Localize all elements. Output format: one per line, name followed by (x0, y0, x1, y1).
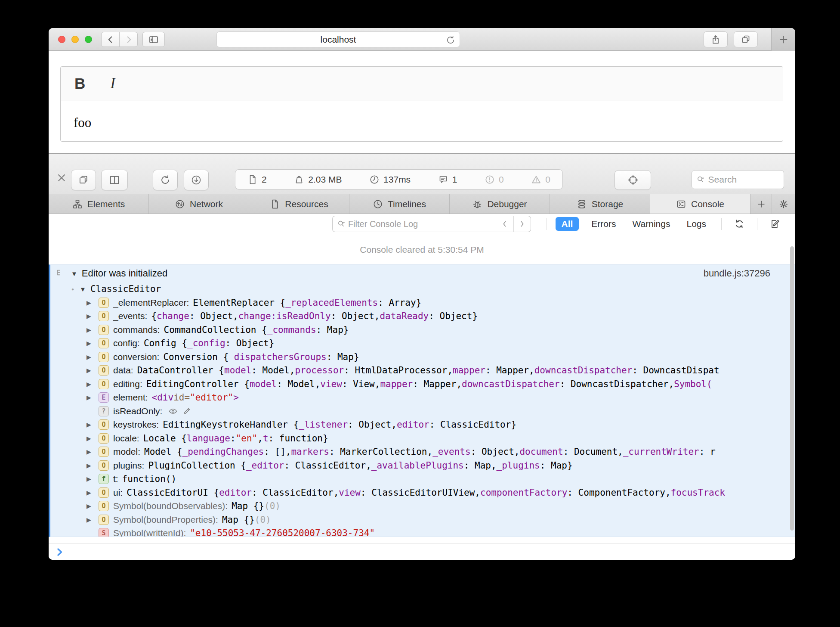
disclosure-closed-icon[interactable]: ▶ (86, 299, 99, 306)
tab-network[interactable]: Network (149, 194, 249, 214)
type-badge: O (99, 338, 109, 348)
tab-elements[interactable]: Elements (49, 194, 149, 214)
next-result-button[interactable] (513, 216, 531, 232)
console-prompt[interactable] (49, 543, 795, 560)
element-picker-button[interactable] (615, 170, 651, 190)
scope-all[interactable]: All (556, 217, 579, 231)
italic-button[interactable]: I (110, 75, 115, 92)
console-tree-row[interactable]: ▶Okeystrokes:EditingKeystrokeHandler {_l… (50, 418, 795, 432)
download-button[interactable] (184, 170, 209, 190)
share-button[interactable] (704, 31, 728, 47)
console-tree-row[interactable]: ▶Eelement:<div id="editor"> (50, 391, 795, 405)
previous-result-button[interactable] (496, 216, 513, 232)
add-tab-button[interactable] (750, 194, 772, 214)
tab-console[interactable]: Console (650, 194, 750, 214)
console-tree-row[interactable]: ▶ft:function() (50, 472, 795, 486)
console-tree-row[interactable]: ▶SSymbol(writtenId):"e10-55053-47-276052… (50, 527, 795, 537)
disclosure-closed-icon[interactable]: ▶ (86, 475, 99, 482)
bold-button[interactable]: B (74, 75, 85, 92)
console-cleared-message: Console cleared at 5:30:54 PM (49, 236, 795, 264)
log-tree-icon (56, 269, 65, 278)
disclosure-closed-icon[interactable]: ▶ (86, 503, 99, 509)
disclosure-closed-icon[interactable]: ▶ (86, 435, 99, 442)
editor-content[interactable]: foo (61, 100, 783, 130)
tab-debugger[interactable]: Debugger (450, 194, 550, 214)
dock-button[interactable] (71, 170, 96, 190)
console-tree-row[interactable]: ▶OSymbol(boundObservables):Map {} (0) (50, 500, 795, 513)
object-root-row[interactable]: ● ▼ ClassicEditor (50, 282, 795, 296)
type-badge: O (99, 352, 109, 362)
disclosure-closed-icon[interactable]: ▶ (86, 394, 99, 401)
value-segment: : Object} (225, 338, 275, 348)
console-tree-row[interactable]: ▶O_events:{change: Object, change:isRead… (50, 310, 795, 323)
log-entry-header[interactable]: ▼ Editor was initialized bundle.js:37296 (50, 265, 795, 282)
value-segment: : Object} (429, 311, 478, 321)
console-tree-row[interactable]: ▶O_elementReplacer:ElementReplacer {_rep… (50, 296, 795, 310)
disclosure-closed-icon[interactable]: ▶ (86, 489, 99, 496)
scope-warnings[interactable]: Warnings (633, 219, 670, 229)
stat-errors[interactable]: 0 (485, 174, 504, 185)
tab-timelines[interactable]: Timelines (349, 194, 450, 214)
value-segment: _replacedElements (285, 298, 378, 308)
search-input[interactable] (708, 174, 779, 185)
disclosure-closed-icon[interactable]: ▶ (86, 326, 99, 333)
filter-field-group (332, 216, 531, 232)
stat-documents[interactable]: 2 (247, 174, 267, 185)
disclosure-closed-icon[interactable]: ▶ (86, 448, 99, 455)
inspector-search-field[interactable] (692, 170, 784, 189)
settings-button[interactable] (772, 194, 795, 214)
disclosure-open-icon[interactable]: ▼ (71, 270, 77, 277)
back-button[interactable] (101, 32, 120, 47)
stat-transfer-size[interactable]: 2.03 MB (294, 174, 342, 185)
disclosure-closed-icon[interactable]: ▶ (86, 516, 99, 523)
console-tree-row[interactable]: ▶?isReadOnly: (50, 404, 795, 418)
address-bar[interactable]: localhost (216, 31, 460, 47)
minimize-window-button[interactable] (71, 36, 79, 43)
log-source-link[interactable]: bundle.js:37296 (704, 268, 770, 279)
sidebar-toggle-button[interactable] (142, 32, 165, 47)
disclosure-closed-icon[interactable]: ▶ (86, 381, 99, 388)
console-scrollbar-thumb[interactable] (790, 246, 794, 531)
console-evaluations-icon[interactable] (769, 218, 781, 230)
zoom-window-button[interactable] (85, 36, 92, 43)
disclosure-open-icon[interactable]: ▼ (80, 286, 86, 293)
type-badge: O (99, 365, 109, 376)
copy-pages-icon (78, 174, 89, 186)
forward-button[interactable] (119, 32, 138, 47)
value-segment: mapper (380, 379, 413, 389)
close-window-button[interactable] (58, 36, 65, 43)
stat-warnings[interactable]: 0 (531, 174, 550, 185)
console-tree-row[interactable]: ▶Oconfig:Config {_config: Object} (50, 337, 795, 351)
stat-console-messages[interactable]: 1 (438, 174, 457, 185)
console-tree-row[interactable]: ▶Olocale:Locale {language: "en", t: func… (50, 431, 795, 445)
disclosure-closed-icon[interactable]: ▶ (86, 462, 99, 469)
tab-resources[interactable]: Resources (249, 194, 349, 214)
console-tree-row[interactable]: ▶Oediting:EditingController {model: Mode… (50, 377, 795, 391)
console-tree-row[interactable]: ▶Odata:DataController {model: Model, pro… (50, 364, 795, 378)
console-tree-row[interactable]: ▶Oui:ClassicEditorUI {editor: ClassicEdi… (50, 486, 795, 500)
disclosure-closed-icon[interactable]: ▶ (86, 367, 99, 374)
page-reload-icon[interactable] (445, 35, 456, 45)
tab-storage[interactable]: Storage (550, 194, 650, 214)
console-tree-row[interactable]: ▶Oconversion:Conversion {_dispatchersGro… (50, 350, 795, 364)
clear-console-icon[interactable] (734, 218, 745, 230)
show-tabs-button[interactable] (734, 31, 758, 47)
console-tree-row[interactable]: ▶OSymbol(boundProperties):Map {} (0) (50, 513, 795, 527)
console-tree-row[interactable]: ▶Oplugins:PluginCollection {_editor: Cla… (50, 459, 795, 472)
close-inspector-icon[interactable] (56, 172, 68, 184)
console-tree-row[interactable]: ▶Omodel:Model {_pendingChanges: [], mark… (50, 445, 795, 459)
value-segment: dataReady (380, 311, 429, 321)
new-tab-button[interactable] (771, 28, 795, 51)
console-filter-field[interactable] (332, 216, 496, 232)
disclosure-closed-icon[interactable]: ▶ (86, 313, 99, 320)
filter-input[interactable] (348, 219, 491, 229)
disclosure-closed-icon[interactable]: ▶ (86, 340, 99, 347)
reload-page-button[interactable] (153, 170, 178, 190)
console-tree-row[interactable]: ▶Ocommands:CommandCollection {_commands:… (50, 323, 795, 337)
scope-logs[interactable]: Logs (686, 219, 706, 229)
disclosure-closed-icon[interactable]: ▶ (86, 354, 99, 360)
stat-load-time[interactable]: 137ms (369, 174, 411, 185)
disclosure-closed-icon[interactable]: ▶ (86, 421, 99, 428)
split-view-button[interactable] (101, 170, 128, 190)
scope-errors[interactable]: Errors (591, 219, 616, 229)
